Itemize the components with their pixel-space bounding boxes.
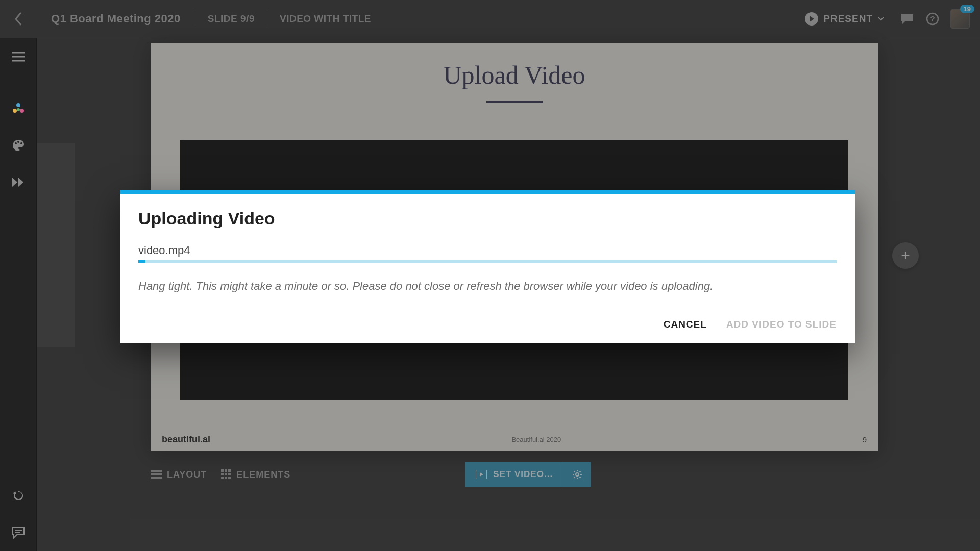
- notes-button[interactable]: [0, 514, 37, 551]
- svg-point-7: [17, 141, 19, 143]
- palette-icon: [11, 138, 26, 153]
- svg-point-4: [20, 109, 24, 113]
- cancel-button[interactable]: CANCEL: [664, 319, 707, 330]
- menu-button[interactable]: [0, 38, 37, 75]
- upload-progress-bar: [138, 260, 837, 263]
- svg-point-3: [13, 109, 17, 113]
- animate-button[interactable]: [0, 164, 37, 201]
- add-video-to-slide-button[interactable]: ADD VIDEO TO SLIDE: [726, 319, 837, 330]
- modal-title: Uploading Video: [138, 209, 837, 229]
- svg-point-6: [15, 142, 17, 144]
- hamburger-icon: [12, 52, 25, 62]
- svg-point-5: [17, 108, 20, 111]
- upload-video-modal: Uploading Video video.mp4 Hang tight. Th…: [120, 190, 855, 343]
- upload-progress-fill: [138, 260, 145, 263]
- svg-point-2: [16, 103, 20, 107]
- notes-icon: [12, 527, 25, 539]
- upload-filename: video.mp4: [138, 244, 837, 257]
- theme-button[interactable]: [0, 90, 37, 127]
- upload-hint: Hang tight. This might take a minute or …: [138, 279, 837, 294]
- style-button[interactable]: [0, 127, 37, 164]
- modal-actions: CANCEL ADD VIDEO TO SLIDE: [138, 319, 837, 330]
- svg-point-8: [20, 142, 22, 144]
- fast-forward-icon: [11, 177, 26, 188]
- history-icon: [12, 489, 25, 503]
- history-button[interactable]: [0, 478, 37, 514]
- dots-icon: [11, 102, 26, 116]
- left-rail: [0, 38, 37, 551]
